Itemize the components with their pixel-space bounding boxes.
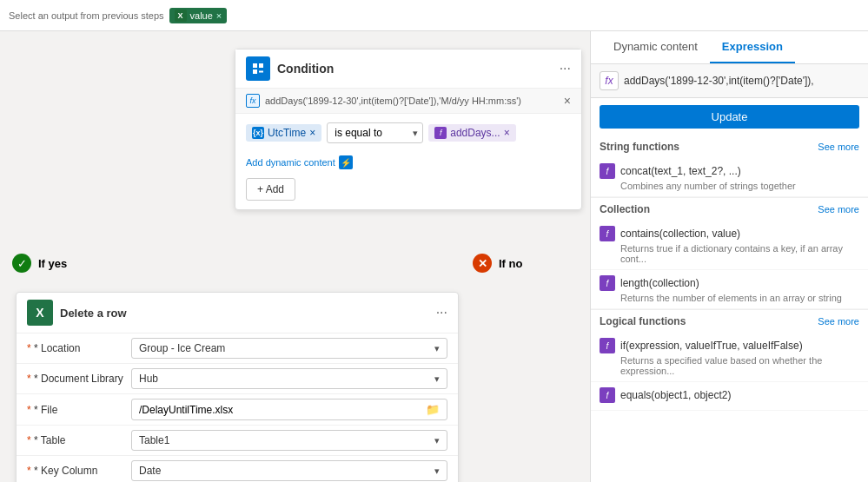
- condition-expr-text: addDays('1899-12-30',int(item()?['Date']…: [265, 96, 521, 106]
- chevron-down-icon-3: ▾: [434, 435, 440, 446]
- file-control[interactable]: /DelayUntilTime.xlsx 📁: [131, 399, 447, 420]
- fn-badge-length: f: [600, 275, 615, 291]
- fn-if-name: if(expression, valueIfTrue, valueIfFalse…: [620, 340, 803, 352]
- location-value: Group - Ice Cream: [139, 342, 434, 354]
- doc-library-control[interactable]: Hub ▾: [131, 368, 447, 389]
- utctime-icon: {x}: [252, 127, 264, 139]
- fn-equals-name: equals(object1, object2): [620, 389, 731, 401]
- top-bar-label: Select an output from previous steps: [9, 10, 164, 21]
- condition-menu[interactable]: ···: [560, 61, 571, 76]
- file-label: * * File: [27, 404, 131, 416]
- collection-section-header: Collection See more: [591, 198, 868, 221]
- tab-dynamic[interactable]: Dynamic content: [601, 31, 710, 63]
- branch-yes-label: If yes: [38, 257, 67, 270]
- condition-expr: fx addDays('1899-12-30',int(item()?['Dat…: [235, 89, 581, 114]
- svg-rect-0: [253, 63, 257, 68]
- adddays-token[interactable]: f addDays... ×: [428, 124, 515, 142]
- doc-library-row: * * Document Library Hub ▾: [17, 364, 458, 394]
- checkmark-icon: ✓: [12, 254, 31, 273]
- table-control[interactable]: Table1 ▾: [131, 430, 447, 451]
- doc-library-label: * * Document Library: [27, 373, 131, 385]
- excel-icon: X: [175, 10, 187, 22]
- folder-icon: 📁: [426, 403, 440, 416]
- tab-expression[interactable]: Expression: [710, 31, 795, 63]
- chevron-down-icon: ▾: [434, 343, 440, 354]
- table-value: Table1: [139, 434, 434, 446]
- adddays-icon: f: [434, 127, 447, 139]
- fn-concat[interactable]: f concat(text_1, text_2?, ...) Combines …: [591, 158, 868, 197]
- token-text: value: [190, 10, 213, 21]
- functions-list: String functions See more f concat(text_…: [591, 135, 868, 482]
- operator-select-wrap[interactable]: is equal to is not equal to is greater t…: [327, 122, 423, 143]
- location-row: * * Location Group - Ice Cream ▾: [17, 333, 458, 364]
- fn-length-name: length(collection): [620, 277, 699, 289]
- chevron-down-icon-2: ▾: [434, 373, 440, 385]
- adddays-close[interactable]: ×: [504, 127, 510, 139]
- fn-contains[interactable]: f contains(collection, value) Returns tr…: [591, 221, 868, 270]
- fn-badge-if: f: [600, 338, 615, 353]
- condition-icon: [246, 56, 270, 81]
- svg-rect-2: [253, 69, 257, 74]
- string-section-title: String functions: [600, 141, 679, 153]
- fn-if-desc: Returns a specified value based on wheth…: [600, 355, 859, 376]
- svg-rect-1: [259, 63, 263, 68]
- fn-contains-name: contains(collection, value): [620, 228, 740, 240]
- fn-contains-desc: Returns true if a dictionary contains a …: [600, 243, 859, 264]
- utctime-close[interactable]: ×: [309, 127, 315, 139]
- string-section-header: String functions See more: [591, 135, 868, 158]
- expression-bar: fx addDays('1899-12-30',int(item()?['Dat…: [591, 64, 868, 98]
- value-token[interactable]: X value ×: [169, 8, 228, 23]
- top-bar: Select an output from previous steps X v…: [0, 0, 868, 31]
- chevron-down-icon-4: ▾: [434, 465, 440, 477]
- table-label: * * Table: [27, 434, 131, 446]
- branch-no-label: If no: [499, 257, 522, 270]
- logical-section-header: Logical functions See more: [591, 310, 868, 333]
- add-dynamic-link[interactable]: Add dynamic content ⚡: [235, 152, 581, 173]
- fn-concat-desc: Combines any number of strings together: [600, 181, 859, 191]
- canvas: Condition ··· fx addDays('1899-12-30',in…: [0, 31, 868, 482]
- branch-yes-header: ✓ If yes: [0, 247, 79, 280]
- string-see-more[interactable]: See more: [818, 142, 859, 152]
- utctime-token[interactable]: {x} UtcTime ×: [246, 124, 321, 142]
- location-control[interactable]: Group - Ice Cream ▾: [131, 338, 447, 359]
- utctime-label: UtcTime: [268, 127, 306, 139]
- collection-section-title: Collection: [600, 203, 650, 215]
- key-column-row: * * Key Column Date ▾: [17, 456, 458, 482]
- collection-see-more[interactable]: See more: [818, 204, 859, 215]
- logical-section-title: Logical functions: [600, 315, 686, 327]
- key-column-value: Date: [139, 465, 434, 477]
- expr-icon-small: fx: [246, 94, 260, 108]
- action-menu[interactable]: ···: [436, 305, 447, 320]
- condition-header: Condition ···: [235, 50, 581, 89]
- fn-badge-equals: f: [600, 387, 615, 403]
- action-card: X Delete a row ··· * * Location Group - …: [16, 292, 459, 482]
- fn-if[interactable]: f if(expression, valueIfTrue, valueIfFal…: [591, 333, 868, 382]
- adddays-label: addDays...: [450, 127, 500, 139]
- file-row: * * File /DelayUntilTime.xlsx 📁: [17, 394, 458, 426]
- expr-text: addDays('1899-12-30',int(item()?['Date']…: [624, 75, 859, 87]
- add-button[interactable]: + Add: [246, 178, 295, 201]
- condition-header-left: Condition: [246, 56, 334, 81]
- table-row: * * Table Table1 ▾: [17, 426, 458, 456]
- fn-length[interactable]: f length(collection) Returns the number …: [591, 270, 868, 309]
- condition-row: {x} UtcTime × is equal to is not equal t…: [235, 114, 581, 152]
- fx-badge: fx: [600, 71, 619, 90]
- fn-length-desc: Returns the number of elements in an arr…: [600, 293, 859, 303]
- fn-equals[interactable]: f equals(object1, object2): [591, 382, 868, 411]
- x-icon: ✕: [473, 254, 492, 273]
- branch-no-header: ✕ If no: [461, 247, 534, 280]
- condition-expr-close[interactable]: ×: [564, 94, 571, 108]
- update-button[interactable]: Update: [600, 105, 859, 129]
- operator-select[interactable]: is equal to is not equal to is greater t…: [327, 122, 423, 143]
- right-panel: Dynamic content Expression fx addDays('1…: [590, 31, 868, 482]
- token-close[interactable]: ×: [216, 10, 222, 21]
- condition-card: Condition ··· fx addDays('1899-12-30',in…: [235, 49, 582, 210]
- condition-title: Condition: [277, 62, 334, 76]
- key-column-control[interactable]: Date ▾: [131, 460, 447, 481]
- file-value: /DelayUntilTime.xlsx: [139, 404, 422, 416]
- excel-action-icon: X: [27, 300, 53, 326]
- add-button-wrap: + Add: [235, 173, 581, 209]
- add-dynamic-icon: ⚡: [339, 155, 353, 169]
- action-header: X Delete a row ···: [17, 293, 458, 333]
- logical-see-more[interactable]: See more: [818, 316, 859, 327]
